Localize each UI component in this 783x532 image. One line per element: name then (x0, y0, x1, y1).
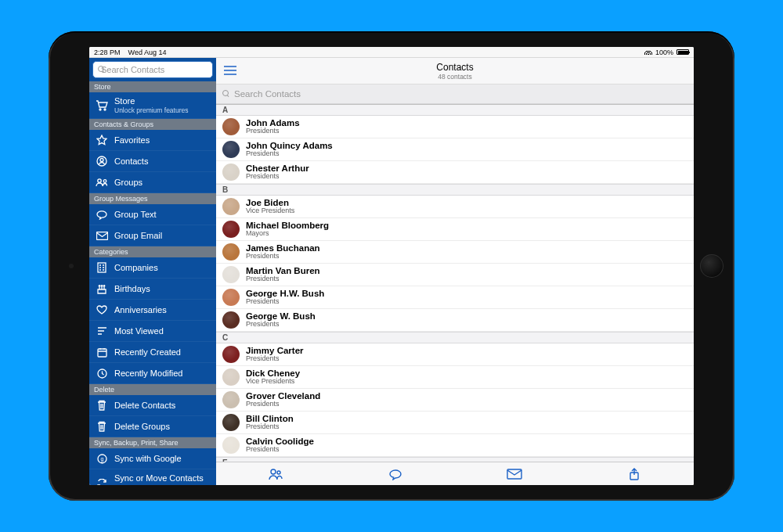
tab-bar (216, 462, 694, 485)
page-title: Contacts (216, 62, 694, 73)
sidebar-item[interactable]: StoreUnlock premium features (89, 92, 216, 119)
sidebar-item[interactable]: Recently Created (89, 342, 216, 363)
contact-row[interactable]: George H.W. BushPresidents (216, 286, 694, 309)
sidebar-item[interactable]: Delete Contacts (89, 395, 216, 416)
contact-list[interactable]: AJohn AdamsPresidentsJohn Quincy AdamsPr… (216, 104, 694, 462)
tab-contacts[interactable] (216, 468, 336, 480)
contact-group: Presidents (246, 150, 333, 157)
sidebar-item[interactable]: Anniversaries (89, 300, 216, 321)
sidebar-item[interactable]: Companies (89, 257, 216, 279)
status-left: 2:28 PM Wed Aug 14 (94, 49, 166, 56)
contact-group: Vice Presidents (246, 207, 294, 214)
sidebar-item[interactable]: Favorites (89, 130, 216, 151)
menu-button[interactable] (216, 65, 244, 77)
contact-row[interactable]: James BuchananPresidents (216, 241, 694, 264)
status-date: Wed Aug 14 (128, 49, 167, 56)
home-button[interactable] (700, 254, 723, 278)
sidebar-item-label: Recently Created (114, 347, 210, 358)
sidebar-item-label: StoreUnlock premium features (114, 96, 210, 114)
sidebar-section-header: Contacts & Groups (89, 119, 216, 130)
avatar (222, 289, 240, 306)
status-right: 100% (644, 49, 689, 56)
sidebar-item-label: Group Email (114, 231, 210, 241)
contact-row[interactable]: Grover ClevelandPresidents (216, 389, 694, 412)
sidebar-search-input[interactable] (101, 65, 209, 74)
contact-row[interactable]: Martin Van BurenPresidents (216, 264, 694, 286)
person-circle-icon (96, 155, 108, 167)
sidebar-item-label: Delete Contacts (114, 401, 210, 411)
battery-percent: 100% (655, 49, 673, 56)
trash-icon (96, 399, 108, 412)
sidebar-section-header: Delete (89, 384, 216, 395)
sidebar-item-label: Sync or Move Contacts Between Accounts (114, 473, 210, 485)
contact-group: Presidents (246, 446, 314, 453)
sidebar-item[interactable]: Delete Groups (89, 416, 216, 437)
sidebar-item[interactable]: Sync or Move Contacts Between Accounts (89, 469, 216, 485)
svg-rect-24 (507, 469, 521, 479)
avatar (222, 311, 240, 329)
avatar (222, 141, 240, 158)
contact-row[interactable]: Calvin CoolidgePresidents (216, 434, 694, 457)
status-time: 2:28 PM (94, 49, 121, 56)
svg-rect-7 (98, 263, 106, 272)
contact-group: Presidents (246, 423, 294, 430)
svg-point-1 (104, 109, 106, 110)
tab-email[interactable] (455, 469, 575, 480)
page-subtitle: 48 contacts (216, 73, 694, 81)
main-search[interactable] (216, 84, 694, 103)
svg-point-8 (99, 286, 100, 287)
sidebar-item[interactable]: Group Email (89, 225, 216, 246)
cart-icon (96, 99, 108, 112)
tab-share[interactable] (575, 468, 695, 480)
contact-group: Vice Presidents (246, 378, 300, 385)
sidebar-item-label: Most Viewed (114, 326, 210, 336)
section-index-letter: A (216, 105, 694, 116)
avatar (222, 243, 240, 261)
sidebar-item-label: Contacts (114, 156, 210, 167)
sidebar-item[interactable]: Group Text (89, 204, 216, 225)
sidebar-item[interactable]: Contacts (89, 151, 216, 172)
sidebar-item-label: Sync with Google (114, 454, 210, 464)
svg-rect-11 (98, 349, 106, 357)
envelope-icon (96, 229, 108, 242)
contact-row[interactable]: George W. BushPresidents (216, 309, 694, 332)
section-index-letter: B (216, 184, 694, 196)
sidebar-item-label: Favorites (114, 135, 210, 146)
google-icon: g (96, 452, 108, 465)
sidebar-item[interactable]: gSync with Google (89, 448, 216, 469)
avatar (222, 391, 240, 408)
contact-row[interactable]: Joe BidenVice Presidents (216, 196, 694, 218)
svg-point-0 (99, 109, 101, 110)
sidebar-section-header: Categories (89, 246, 216, 257)
main-header: Contacts 48 contacts (216, 58, 694, 84)
sidebar-section-header: Sync, Backup, Print, Share (89, 437, 216, 448)
sidebar-item-label: Groups (114, 178, 210, 188)
avatar (222, 414, 240, 431)
section-index-letter: E (216, 457, 694, 462)
sidebar-section-header: Store (89, 81, 216, 92)
contact-row[interactable]: John AdamsPresidents (216, 116, 694, 138)
svg-point-23 (277, 471, 280, 474)
contact-row[interactable]: Michael BloombergMayors (216, 218, 694, 241)
contact-row[interactable]: Bill ClintonPresidents (216, 412, 694, 434)
calendar-icon (96, 346, 108, 358)
contact-row[interactable]: Dick CheneyVice Presidents (216, 366, 694, 389)
contact-row[interactable]: John Quincy AdamsPresidents (216, 138, 694, 161)
avatar (222, 368, 240, 386)
sidebar-item[interactable]: Most Viewed (89, 321, 216, 342)
contact-row[interactable]: Chester ArthurPresidents (216, 161, 694, 184)
sidebar-item-label: Birthdays (114, 284, 210, 294)
contact-row[interactable]: Jimmy CarterPresidents (216, 343, 694, 366)
sidebar-item-label: Anniversaries (114, 305, 210, 315)
trash-icon (96, 420, 108, 433)
sidebar-item-label: Recently Modified (114, 368, 210, 379)
main-search-input[interactable] (234, 89, 687, 99)
sidebar-item[interactable]: Groups (89, 172, 216, 193)
sidebar-search[interactable] (92, 61, 213, 78)
people-icon (96, 176, 108, 189)
sidebar-item[interactable]: Recently Modified (89, 363, 216, 384)
battery-icon (677, 49, 689, 55)
tab-messages[interactable] (336, 468, 456, 480)
sidebar-item[interactable]: Birthdays (89, 279, 216, 300)
avatar (222, 164, 240, 181)
